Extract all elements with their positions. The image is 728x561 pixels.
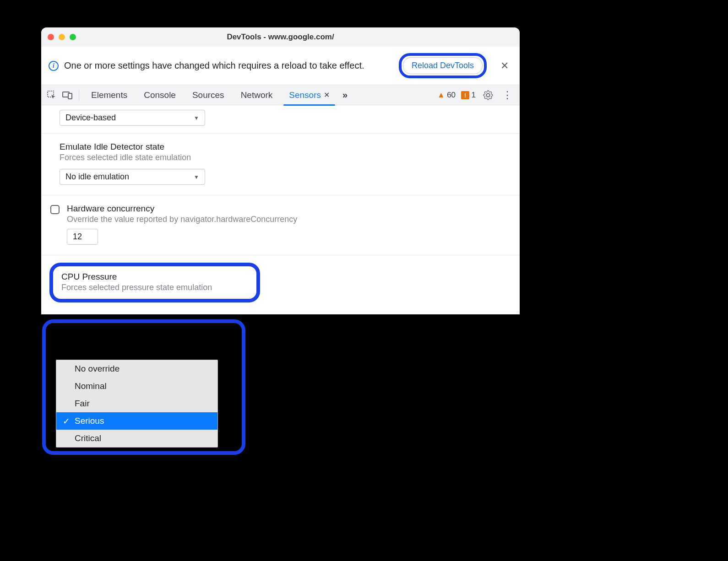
close-window-button[interactable] bbox=[48, 34, 54, 40]
titlebar: DevTools - www.google.com/ bbox=[41, 27, 520, 47]
close-tab-icon[interactable]: ✕ bbox=[324, 91, 330, 99]
devtools-window: DevTools - www.google.com/ i One or more… bbox=[41, 27, 520, 314]
tab-sources[interactable]: Sources bbox=[184, 85, 233, 105]
issue-icon: ! bbox=[461, 91, 469, 99]
chevron-down-icon: ▼ bbox=[194, 174, 199, 180]
inspect-element-icon[interactable] bbox=[44, 87, 60, 103]
cpu-pressure-highlight: CPU Pressure Forces selected pressure st… bbox=[49, 263, 260, 302]
tab-console[interactable]: Console bbox=[136, 85, 184, 105]
chevron-down-icon: ▼ bbox=[194, 115, 199, 121]
minimize-window-button[interactable] bbox=[59, 34, 65, 40]
cpu-pressure-section: CPU Pressure Forces selected pressure st… bbox=[41, 255, 520, 311]
dropdown-option-serious[interactable]: Serious bbox=[56, 412, 217, 430]
dropdown-option-nominal[interactable]: Nominal bbox=[56, 378, 217, 395]
device-based-select[interactable]: Device-based ▼ bbox=[60, 110, 205, 126]
tab-label: Elements bbox=[91, 90, 127, 100]
section-title: Emulate Idle Detector state bbox=[60, 142, 501, 152]
warning-icon: ▲ bbox=[437, 91, 445, 99]
window-controls bbox=[48, 34, 76, 40]
cpu-pressure-dropdown[interactable]: No override Nominal Fair Serious Critica… bbox=[56, 360, 218, 448]
dismiss-infobar-button[interactable]: ✕ bbox=[497, 58, 512, 74]
dropdown-option-no-override[interactable]: No override bbox=[56, 360, 217, 378]
info-icon: i bbox=[49, 61, 59, 71]
tab-network[interactable]: Network bbox=[233, 85, 281, 105]
select-value: No idle emulation bbox=[65, 172, 129, 182]
hardware-concurrency-section: Hardware concurrency Override the value … bbox=[41, 195, 520, 255]
tab-label: Network bbox=[241, 90, 273, 100]
section-title: CPU Pressure bbox=[61, 272, 248, 282]
window-title: DevTools - www.google.com/ bbox=[41, 32, 520, 42]
tab-sensors[interactable]: Sensors ✕ bbox=[281, 85, 338, 105]
tab-elements[interactable]: Elements bbox=[83, 85, 136, 105]
more-options-icon[interactable]: ⋮ bbox=[500, 87, 514, 103]
idle-detector-section: Emulate Idle Detector state Forces selec… bbox=[41, 133, 520, 195]
tab-label: Console bbox=[144, 90, 176, 100]
reload-infobar: i One or more settings have changed whic… bbox=[41, 47, 520, 85]
reload-devtools-button[interactable]: Reload DevTools bbox=[403, 57, 483, 74]
tab-label: Sensors bbox=[289, 90, 321, 100]
dropdown-option-critical[interactable]: Critical bbox=[56, 430, 217, 447]
hardware-concurrency-checkbox[interactable] bbox=[50, 205, 60, 214]
hardware-concurrency-input[interactable] bbox=[67, 229, 98, 245]
tab-label: Sources bbox=[192, 90, 224, 100]
toolbar-divider bbox=[79, 90, 79, 100]
warnings-indicator[interactable]: ▲ 60 bbox=[437, 91, 456, 100]
section-subtitle: Forces selected pressure state emulation bbox=[61, 283, 248, 292]
warnings-count: 60 bbox=[447, 91, 456, 99]
dropdown-option-fair[interactable]: Fair bbox=[56, 395, 217, 412]
svg-rect-2 bbox=[68, 93, 72, 99]
select-value: Device-based bbox=[65, 113, 116, 123]
toggle-device-toolbar-icon[interactable] bbox=[60, 87, 75, 103]
issues-indicator[interactable]: ! 1 bbox=[461, 91, 476, 100]
section-title: Hardware concurrency bbox=[67, 204, 501, 214]
infobar-text: One or more settings have changed which … bbox=[64, 60, 393, 71]
zoom-window-button[interactable] bbox=[70, 34, 76, 40]
reload-highlight: Reload DevTools bbox=[399, 53, 487, 78]
sensors-panel: Device-based ▼ Emulate Idle Detector sta… bbox=[41, 105, 520, 314]
section-subtitle: Forces selected idle state emulation bbox=[60, 153, 501, 162]
settings-gear-icon[interactable] bbox=[481, 88, 495, 102]
status-indicators: ▲ 60 ! 1 ⋮ bbox=[437, 87, 517, 103]
main-toolbar: Elements Console Sources Network Sensors… bbox=[41, 85, 520, 105]
idle-emulation-select[interactable]: No idle emulation ▼ bbox=[60, 169, 205, 185]
device-based-section: Device-based ▼ bbox=[41, 105, 520, 133]
section-subtitle: Override the value reported by navigator… bbox=[67, 215, 501, 224]
more-tabs-button[interactable]: » bbox=[338, 90, 352, 100]
issues-count: 1 bbox=[472, 91, 476, 99]
